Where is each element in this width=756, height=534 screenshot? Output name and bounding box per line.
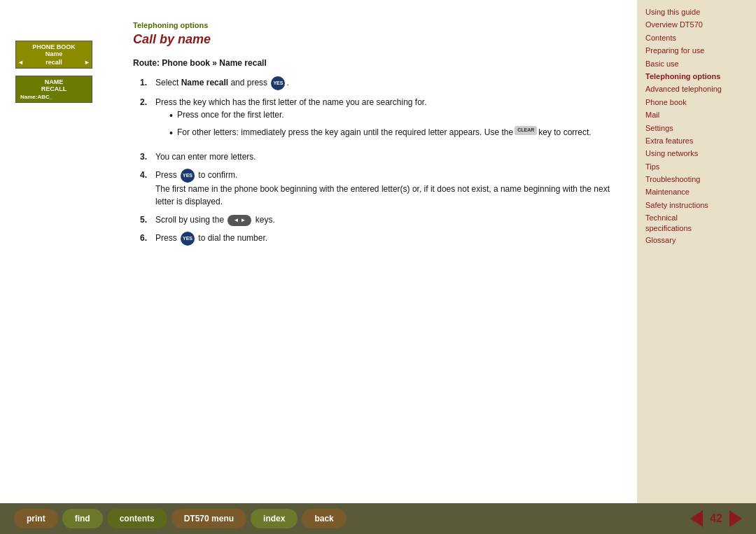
step-2-num: 2.	[140, 96, 153, 108]
step-6-num: 6.	[140, 232, 153, 244]
phonebook-title: PHONE BOOK	[18, 43, 90, 50]
sidebar-item-extra[interactable]: Extra features	[645, 136, 748, 146]
scroll-keys: ◄ ►	[227, 215, 251, 226]
step-4-num: 4.	[140, 169, 153, 181]
sidebar-item-using-guide[interactable]: Using this guide	[645, 7, 748, 17]
top-area: PHONE BOOK Name ◄ recall ► NAME RECALL N…	[0, 0, 756, 503]
nav-recall-text: recall	[46, 59, 62, 66]
sidebar-item-settings[interactable]: Settings	[645, 123, 748, 134]
bullet-list: Press once for the first letter. For oth…	[169, 108, 616, 141]
step-1-num: 1.	[140, 76, 153, 89]
step-list: 1. Select Name recall and press YES. 2. …	[140, 76, 616, 246]
sidebar-item-troubleshooting[interactable]: Troubleshooting	[645, 174, 748, 185]
step-5-text: Scroll by using the ◄ ► keys.	[155, 213, 616, 226]
recall-title1: NAME	[18, 78, 90, 85]
sidebar-item-advanced[interactable]: Advanced telephoning	[645, 84, 748, 94]
nav-right-arrow: ►	[84, 59, 90, 66]
phonebook-nav: ◄ recall ►	[18, 59, 90, 66]
back-button[interactable]: back	[302, 509, 346, 528]
recall-name-row: Name:ABC_	[18, 94, 90, 100]
step-6-text: Press YES to dial the number.	[155, 232, 616, 246]
step-6: 6. Press YES to dial the number.	[140, 232, 616, 246]
yes-button-1: YES	[271, 76, 285, 90]
next-page-arrow[interactable]	[729, 510, 742, 527]
sidebar-item-networks[interactable]: Using networks	[645, 148, 748, 159]
sidebar-item-preparing[interactable]: Preparing for use	[645, 45, 748, 56]
page-number: 42	[710, 512, 722, 525]
step-3-text: You can enter more letters.	[155, 150, 616, 163]
find-button[interactable]: find	[62, 509, 103, 528]
step-2: 2. Press the key which has the first let…	[140, 96, 616, 145]
sidebar-item-maintenance[interactable]: Maintenance	[645, 187, 748, 197]
step-4: 4. Press YES to confirm. The first name …	[140, 169, 616, 208]
contents-button[interactable]: contents	[107, 509, 167, 528]
page-wrapper: PHONE BOOK Name ◄ recall ► NAME RECALL N…	[0, 0, 756, 534]
phone-display: PHONE BOOK Name ◄ recall ► NAME RECALL N…	[15, 41, 92, 103]
sidebar-item-mail[interactable]: Mail	[645, 110, 748, 120]
nav-left-arrow: ◄	[18, 59, 24, 66]
step-5: 5. Scroll by using the ◄ ► keys.	[140, 213, 616, 226]
yes-button-6: YES	[181, 232, 195, 246]
sidebar-item-phonebook[interactable]: Phone book	[645, 97, 748, 108]
sidebar-item-glossary[interactable]: Glossary	[645, 235, 748, 246]
print-button[interactable]: print	[14, 509, 58, 528]
bullet-1: Press once for the first letter.	[169, 108, 616, 123]
section-label: Telephoning options	[133, 21, 616, 29]
content-area: PHONE BOOK Name ◄ recall ► NAME RECALL N…	[0, 0, 637, 503]
step-3-num: 3.	[140, 150, 153, 163]
step-4-text: Press YES to confirm. The first name in …	[155, 169, 616, 208]
dt570-menu-button[interactable]: DT570 menu	[172, 509, 246, 528]
prev-page-arrow[interactable]	[690, 510, 703, 527]
bullet-2: For other letters: immediately press the…	[169, 126, 616, 141]
section-header: Telephoning options Call by name Route: …	[133, 21, 616, 246]
sidebar-item-technical[interactable]: Technicalspecifications	[645, 213, 748, 233]
step-1-text: Select Name recall and press YES.	[155, 76, 616, 90]
sidebar: Using this guide Overview DT570 Contents…	[637, 0, 756, 503]
route-text: Route: Phone book » Name recall	[133, 58, 267, 68]
phone-box-recall: NAME RECALL Name:ABC_	[15, 76, 92, 103]
index-button[interactable]: index	[251, 509, 298, 528]
step-2-text: Press the key which has the first letter…	[155, 96, 616, 145]
scroll-arrows-inner: ◄ ►	[227, 215, 251, 226]
toolbar: print find contents DT570 menu index bac…	[0, 503, 756, 534]
route-line: Route: Phone book » Name recall	[133, 58, 616, 68]
phonebook-name: Name	[18, 50, 90, 57]
sidebar-item-basic-use[interactable]: Basic use	[645, 59, 748, 69]
page-indicator: 42	[690, 510, 742, 527]
sidebar-item-contents[interactable]: Contents	[645, 33, 748, 43]
step-1: 1. Select Name recall and press YES.	[140, 76, 616, 90]
clear-button: CLEAR	[514, 126, 537, 135]
step-3: 3. You can enter more letters.	[140, 150, 616, 163]
sidebar-item-overview[interactable]: Overview DT570	[645, 20, 748, 30]
recall-title2: RECALL	[18, 85, 90, 92]
yes-button-4: YES	[181, 169, 195, 183]
step-5-num: 5.	[140, 213, 153, 226]
sidebar-item-safety[interactable]: Safety instructions	[645, 200, 748, 211]
sidebar-item-tips[interactable]: Tips	[645, 162, 748, 172]
phone-box-phonebook: PHONE BOOK Name ◄ recall ►	[15, 41, 92, 69]
section-title: Call by name	[133, 32, 616, 47]
sidebar-item-telephoning[interactable]: Telephoning options	[645, 71, 748, 82]
